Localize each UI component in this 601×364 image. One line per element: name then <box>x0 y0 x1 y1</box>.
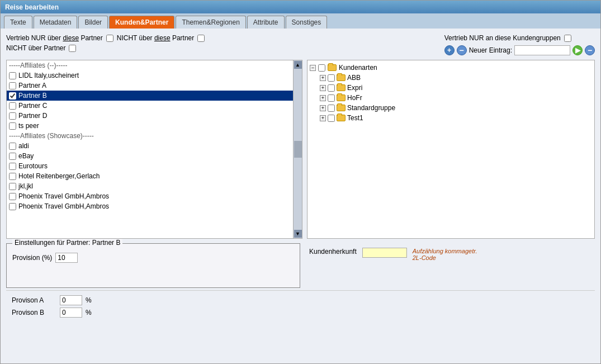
add-entry-button[interactable]: + <box>444 45 455 55</box>
partner-c-label: Partner C <box>18 102 47 110</box>
tab-kunden-partner[interactable]: Kunden&Partner <box>109 16 174 29</box>
abb-folder-icon <box>337 74 346 81</box>
kundenarten-root-checkbox[interactable] <box>318 64 325 72</box>
ebay-checkbox[interactable] <box>9 153 16 160</box>
list-item[interactable]: ts peer <box>7 121 293 131</box>
lidl-checkbox[interactable] <box>9 72 16 79</box>
standardgruppe-expand[interactable]: + <box>320 105 326 111</box>
provison-b-row: Provison B % <box>12 308 589 318</box>
list-item[interactable]: Eurotours <box>7 161 293 171</box>
list-item[interactable]: Partner D <box>7 111 293 121</box>
partner-a-label: Partner A <box>18 82 46 89</box>
delete-entry-button[interactable]: − <box>585 45 595 55</box>
list-item[interactable]: Phoenix Travel GmbH,Ambros <box>7 201 293 211</box>
provison-b-unit: % <box>86 309 92 316</box>
provision-input[interactable] <box>55 253 78 263</box>
phoenix1-checkbox[interactable] <box>9 193 16 200</box>
hint-line1: Aufzählung kommagetr. <box>413 248 477 254</box>
neuer-eintrag-label: Neuer Eintrag: <box>469 46 512 54</box>
nicht-ueber-diese-checkbox[interactable] <box>197 35 205 42</box>
hofr-checkbox[interactable] <box>328 94 335 102</box>
nicht-ueber-partner-label: NICHT über Partner <box>6 44 65 52</box>
tree-root-expand[interactable]: − <box>310 65 316 71</box>
test1-folder-icon <box>337 115 346 121</box>
list-item[interactable]: aldi <box>7 141 293 151</box>
list-header-showcase: -----Affiliates (Showcase)----- <box>7 131 293 141</box>
nicht-ueber-label: NICHT über diese Partner <box>117 34 195 42</box>
ts-peer-checkbox[interactable] <box>9 122 16 130</box>
expri-checkbox[interactable] <box>328 84 335 92</box>
tab-metadaten[interactable]: Metadaten <box>34 16 78 29</box>
list-panel-wrapper: -----Affiliates (--)----- LIDL Italy,usc… <box>6 60 302 239</box>
remove-entry-button[interactable]: − <box>457 45 467 55</box>
test1-label: Test1 <box>347 114 363 122</box>
expri-label: Expri <box>347 84 362 92</box>
provison-a-input[interactable] <box>60 295 82 305</box>
test1-expand[interactable]: + <box>320 115 326 121</box>
nicht-ueber-partner-checkbox[interactable] <box>69 45 76 52</box>
vertrieb-kunden-row: Vertrieb NUR an diese Kundengruppen <box>444 34 595 42</box>
vertrieb-kunden-label: Vertrieb NUR an diese Kundengruppen <box>444 34 561 42</box>
hofr-expand[interactable]: + <box>320 95 326 101</box>
tree-children: + ABB + Expri + Ho <box>320 73 592 123</box>
tree-root-row: − Kundenarten <box>310 63 592 73</box>
new-entry-row: + − Neuer Eintrag: ▶ − <box>444 45 595 55</box>
partner-a-checkbox[interactable] <box>9 82 16 89</box>
neuer-eintrag-input[interactable] <box>514 45 570 55</box>
phoenix2-label: Phoenix Travel GmbH,Ambros <box>18 202 109 210</box>
tab-sonstiges[interactable]: Sonstiges <box>286 16 328 29</box>
abb-checkbox[interactable] <box>328 74 335 82</box>
tab-themen-regionen[interactable]: Themen&Regionen <box>176 16 245 29</box>
list-item[interactable]: Partner A <box>7 81 293 91</box>
provision-label: Provision (%) <box>12 254 52 262</box>
kundenarten-root-label: Kundenarten <box>339 64 377 72</box>
test1-checkbox[interactable] <box>328 115 335 122</box>
abb-label: ABB <box>347 74 361 82</box>
partner-list[interactable]: -----Affiliates (--)----- LIDL Italy,usc… <box>7 60 293 238</box>
tab-texte[interactable]: Texte <box>4 16 32 29</box>
tree-node-hofr: + HoFr <box>320 93 592 103</box>
ebay-label: eBay <box>18 152 34 160</box>
bottom-section: Einstellungen für Partner: Partner B Pro… <box>6 243 595 288</box>
confirm-entry-button[interactable]: ▶ <box>572 45 583 55</box>
kundenherkunft-input[interactable] <box>362 248 407 258</box>
list-item[interactable]: Phoenix Travel GmbH,Ambros <box>7 191 293 201</box>
standardgruppe-checkbox[interactable] <box>328 105 335 112</box>
vertrieb-nur-row: Vertrieb NUR über diese Partner NICHT üb… <box>6 34 205 42</box>
list-item[interactable]: jkl,jkl <box>7 181 293 191</box>
partner-d-checkbox[interactable] <box>9 112 16 120</box>
list-scrollbar[interactable]: ▲ ▼ <box>293 60 302 238</box>
hotel-label: Hotel Reitenberger,Gerlach <box>18 172 100 180</box>
list-item[interactable]: Hotel Reitenberger,Gerlach <box>7 171 293 181</box>
partner-b-checkbox[interactable] <box>9 92 16 100</box>
expri-folder-icon <box>337 84 346 91</box>
tab-attribute[interactable]: Attribute <box>247 16 285 29</box>
provison-a-label: Provison A <box>12 296 56 304</box>
aldi-checkbox[interactable] <box>9 143 16 150</box>
list-item[interactable]: Partner C <box>7 101 293 111</box>
hofr-label: HoFr <box>347 94 362 102</box>
vertrieb-nur-label: Vertrieb NUR über diese Partner <box>6 34 103 42</box>
standardgruppe-label: Standardgruppe <box>347 104 395 112</box>
phoenix2-checkbox[interactable] <box>9 203 16 210</box>
list-item[interactable]: eBay <box>7 151 293 161</box>
tab-bilder[interactable]: Bilder <box>78 16 108 29</box>
partner-c-checkbox[interactable] <box>9 102 16 110</box>
kundenherkunft-label: Kundenherkunft <box>309 248 357 256</box>
tabs-bar: Texte Metadaten Bilder Kunden&Partner Th… <box>1 13 600 29</box>
hotel-checkbox[interactable] <box>9 173 16 180</box>
vertrieb-nur-checkbox[interactable] <box>106 35 113 42</box>
vertrieb-kunden-checkbox[interactable] <box>564 35 571 42</box>
expri-expand[interactable]: + <box>320 85 326 91</box>
list-item-partner-b[interactable]: Partner B <box>7 91 293 101</box>
main-window: Reise bearbeiten Texte Metadaten Bilder … <box>0 0 601 364</box>
abb-expand[interactable]: + <box>320 75 326 81</box>
provison-a-unit: % <box>86 296 92 304</box>
list-item[interactable]: LIDL Italy,uscheinert <box>7 70 293 81</box>
partner-b-label: Partner B <box>18 92 47 100</box>
eurotours-checkbox[interactable] <box>9 163 16 170</box>
settings-legend: Einstellungen für Partner: Partner B <box>12 239 122 247</box>
provison-b-input[interactable] <box>60 308 82 318</box>
list-header-affiliates: -----Affiliates (--)----- <box>7 60 293 70</box>
jkl-checkbox[interactable] <box>9 183 16 190</box>
